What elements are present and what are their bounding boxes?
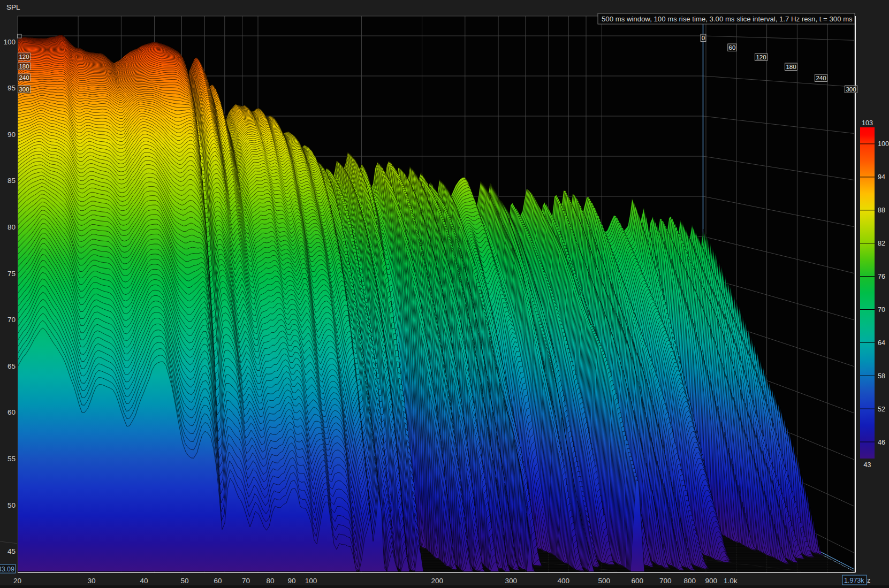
svg-text:100: 100	[878, 140, 889, 148]
svg-text:58: 58	[878, 372, 885, 380]
svg-text:82: 82	[878, 240, 885, 247]
svg-text:88: 88	[878, 207, 885, 214]
svg-text:80: 80	[7, 223, 16, 231]
svg-text:z: z	[867, 577, 870, 584]
svg-text:200: 200	[431, 577, 444, 585]
svg-text:90: 90	[7, 131, 16, 139]
svg-text:80: 80	[266, 577, 274, 585]
svg-text:300: 300	[846, 86, 856, 93]
svg-text:64: 64	[878, 339, 885, 347]
svg-text:60: 60	[729, 44, 736, 51]
svg-text:76: 76	[878, 273, 885, 280]
svg-text:800: 800	[683, 577, 696, 585]
svg-text:240: 240	[816, 75, 826, 81]
svg-text:70: 70	[7, 316, 16, 324]
svg-text:60: 60	[214, 577, 222, 585]
svg-text:100: 100	[3, 38, 16, 46]
svg-text:400: 400	[558, 577, 570, 585]
svg-text:43: 43	[864, 461, 871, 469]
svg-text:45: 45	[7, 547, 16, 555]
svg-text:300: 300	[19, 86, 29, 93]
svg-text:46: 46	[878, 439, 885, 446]
svg-text:90: 90	[287, 577, 295, 585]
svg-text:50: 50	[180, 577, 188, 585]
svg-text:240: 240	[19, 74, 29, 81]
svg-text:120: 120	[756, 54, 766, 60]
svg-text:94: 94	[878, 173, 885, 181]
svg-text:500 ms window, 100 ms rise tim: 500 ms window, 100 ms rise time, 3.00 ms…	[602, 15, 853, 23]
svg-text:1.0k: 1.0k	[724, 577, 738, 585]
svg-text:75: 75	[7, 270, 16, 278]
svg-text:60: 60	[7, 408, 16, 416]
svg-text:0: 0	[702, 35, 705, 41]
svg-text:180: 180	[786, 64, 796, 70]
svg-text:43.09: 43.09	[0, 566, 14, 573]
svg-text:600: 600	[632, 577, 644, 585]
svg-text:95: 95	[7, 84, 16, 92]
svg-text:20: 20	[13, 577, 21, 585]
svg-text:120: 120	[19, 54, 29, 60]
svg-text:40: 40	[140, 577, 148, 585]
svg-text:55: 55	[7, 455, 16, 463]
svg-text:65: 65	[7, 362, 16, 370]
svg-text:52: 52	[878, 406, 885, 413]
svg-text:103: 103	[862, 119, 873, 127]
svg-text:180: 180	[19, 63, 29, 70]
svg-text:100: 100	[305, 577, 317, 585]
svg-text:30: 30	[87, 577, 95, 585]
svg-text:70: 70	[242, 577, 250, 585]
svg-text:1.973k: 1.973k	[844, 577, 864, 584]
svg-text:85: 85	[7, 177, 16, 185]
svg-text:50: 50	[7, 501, 16, 509]
svg-text:300: 300	[505, 577, 518, 585]
svg-text:500: 500	[598, 577, 610, 585]
svg-text:900: 900	[705, 577, 718, 585]
svg-text:700: 700	[659, 577, 672, 585]
svg-text:SPL: SPL	[6, 3, 20, 11]
svg-text:70: 70	[878, 306, 885, 314]
